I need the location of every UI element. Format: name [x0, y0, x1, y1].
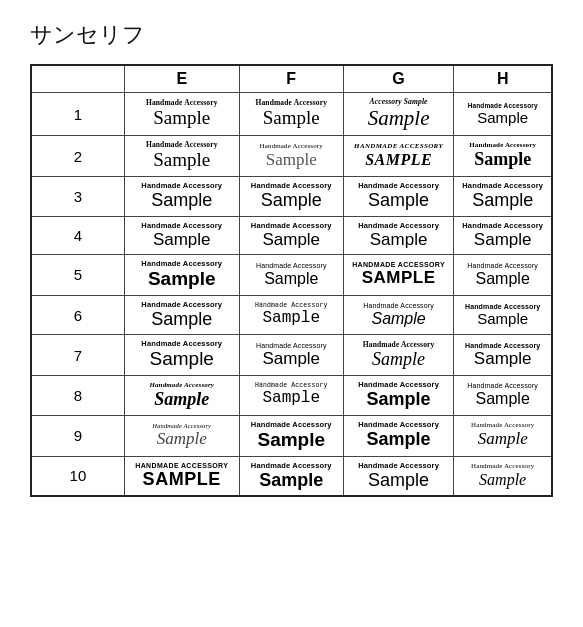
col-header-e: E: [124, 65, 239, 93]
cell-5g: Handmade Accessory SAMPLE: [343, 254, 454, 295]
cell-7h: Handmade Accessory Sample: [454, 335, 552, 376]
cell-6h: Handmade Accessory Sample: [454, 295, 552, 335]
cell-9h: Handmade Accessory Sample: [454, 415, 552, 456]
cell-9f: Handmade Accessory Sample: [239, 415, 343, 456]
cell-9e: Handmade Accessory Sample: [124, 415, 239, 456]
table-row: 6 Handmade Accessory Sample Handmade Acc…: [31, 295, 552, 335]
cell-7f: Handmade Accessory Sample: [239, 335, 343, 376]
cell-4g: Handmade Accessory Sample: [343, 216, 454, 254]
row-num: 6: [31, 295, 124, 335]
table-row: 1 Handmade Accessory Sample Handmade Acc…: [31, 93, 552, 136]
cell-6e: Handmade Accessory Sample: [124, 295, 239, 335]
cell-5e: Handmade Accessory Sample: [124, 254, 239, 295]
cell-2g: Handmade Accessory SAMPLE: [343, 136, 454, 177]
cell-1h: Handmade Accessory Sample: [454, 93, 552, 136]
cell-3g: Handmade Accessory Sample: [343, 176, 454, 216]
table-row: 5 Handmade Accessory Sample Handmade Acc…: [31, 254, 552, 295]
cell-10e: Handmade Accessory SAMPLE: [124, 456, 239, 496]
row-num: 4: [31, 216, 124, 254]
col-header-f: F: [239, 65, 343, 93]
cell-2f: Handmade Accessory Sample: [239, 136, 343, 177]
row-num: 2: [31, 136, 124, 177]
cell-5f: Handmade Accessory Sample: [239, 254, 343, 295]
cell-3f: Handmade Accessory Sample: [239, 176, 343, 216]
cell-4e: Handmade Accessory Sample: [124, 216, 239, 254]
cell-1g: Accessory Sample Sample: [343, 93, 454, 136]
row-num: 9: [31, 415, 124, 456]
row-num: 5: [31, 254, 124, 295]
cell-2h: Handmade Accessory Sample: [454, 136, 552, 177]
col-header-row: [31, 65, 124, 93]
cell-4h: Handmade Accessory Sample: [454, 216, 552, 254]
page-title: サンセリフ: [30, 20, 553, 50]
cell-6g: Handmade Accessory Sample: [343, 295, 454, 335]
cell-10g: Handmade Accessory Sample: [343, 456, 454, 496]
col-header-g: G: [343, 65, 454, 93]
row-num: 8: [31, 376, 124, 416]
table-row: 8 Handmade Accessory Sample Handmade Acc…: [31, 376, 552, 416]
row-num: 1: [31, 93, 124, 136]
cell-8e: Handmade Accessory Sample: [124, 376, 239, 416]
row-num: 7: [31, 335, 124, 376]
row-num: 10: [31, 456, 124, 496]
table-row: 10 Handmade Accessory SAMPLE Handmade Ac…: [31, 456, 552, 496]
cell-1e: Handmade Accessory Sample: [124, 93, 239, 136]
row-num: 3: [31, 176, 124, 216]
cell-4f: Handmade Accessory Sample: [239, 216, 343, 254]
cell-3e: Handmade Accessory Sample: [124, 176, 239, 216]
cell-1f: Handmade Accessory Sample: [239, 93, 343, 136]
table-row: 4 Handmade Accessory Sample Handmade Acc…: [31, 216, 552, 254]
table-row: 9 Handmade Accessory Sample Handmade Acc…: [31, 415, 552, 456]
cell-3h: Handmade Accessory Sample: [454, 176, 552, 216]
table-row: 3 Handmade Accessory Sample Handmade Acc…: [31, 176, 552, 216]
cell-5h: Handmade Accessory Sample: [454, 254, 552, 295]
cell-7e: Handmade Accessory Sample: [124, 335, 239, 376]
cell-8g: Handmade Accessory Sample: [343, 376, 454, 416]
cell-9g: Handmade Accessory Sample: [343, 415, 454, 456]
cell-6f: Handmade Accessory Sample: [239, 295, 343, 335]
table-row: 2 Handmade Accessory Sample Handmade Acc…: [31, 136, 552, 177]
cell-10f: Handmade Accessory Sample: [239, 456, 343, 496]
cell-8h: Handmade Accessory Sample: [454, 376, 552, 416]
cell-7g: Handmade Accessory Sample: [343, 335, 454, 376]
col-header-h: H: [454, 65, 552, 93]
cell-2e: Handmade Accessory Sample: [124, 136, 239, 177]
cell-10h: Handmade Accessory Sample: [454, 456, 552, 496]
font-grid-table: E F G H 1 Handmade Accessory Sample Hand…: [30, 64, 553, 497]
table-row: 7 Handmade Accessory Sample Handmade Acc…: [31, 335, 552, 376]
cell-8f: Handmade Accessory Sample: [239, 376, 343, 416]
